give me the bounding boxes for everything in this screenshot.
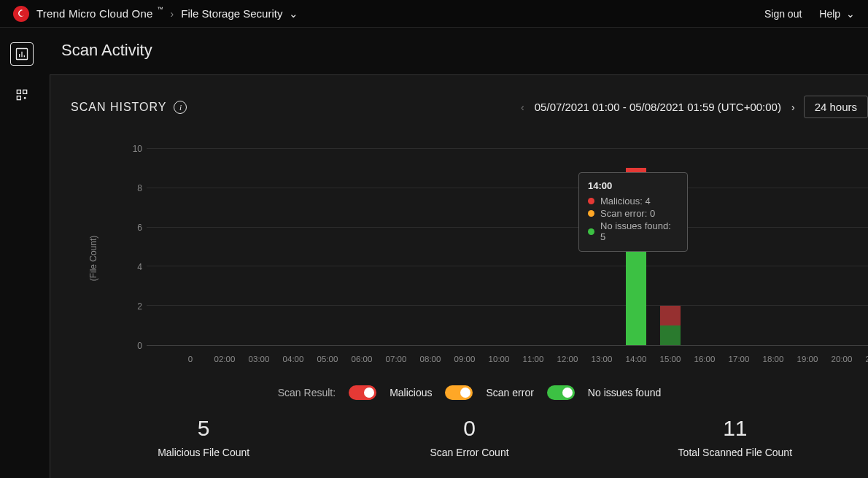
- swirl-icon: [16, 9, 26, 19]
- chevron-down-icon: ⌄: [846, 8, 855, 20]
- stat-total: 11 Total Scanned File Count: [602, 416, 868, 458]
- x-tick: 10:00: [489, 355, 510, 363]
- x-tick: 16:00: [694, 355, 716, 363]
- x-tick: 09:00: [454, 355, 476, 363]
- stat-malicious: 5 Malicious File Count: [71, 416, 336, 458]
- legend-prefix: Scan Result:: [278, 387, 336, 398]
- y-axis: 0246810: [120, 149, 142, 346]
- dot-green-icon: [588, 228, 594, 235]
- top-bar: Trend Micro Cloud One ™ › File Storage S…: [0, 0, 868, 28]
- y-axis-label: (File Count): [88, 236, 98, 282]
- tooltip-malicious: Malicious: 4: [600, 196, 651, 207]
- x-tick: 14:00: [626, 355, 647, 363]
- chart-legend: Scan Result: Malicious Scan error No iss…: [71, 385, 868, 400]
- dot-orange-icon: [588, 210, 594, 217]
- breadcrumb-label: File Storage Security: [181, 7, 282, 20]
- chevron-right-icon: ›: [171, 8, 174, 20]
- brand-logo: [13, 6, 29, 22]
- page-title: Scan Activity: [44, 28, 868, 74]
- chevron-down-icon: ⌄: [289, 7, 298, 20]
- x-tick: 06:00: [352, 355, 373, 363]
- tooltip-scan-error: Scan error: 0: [600, 208, 655, 219]
- y-tick: 0: [120, 341, 142, 351]
- breadcrumb-service[interactable]: File Storage Security ⌄: [181, 7, 298, 20]
- x-tick: 21:00: [866, 355, 868, 363]
- range-selector[interactable]: 24 hours: [804, 96, 868, 118]
- y-tick: 6: [120, 223, 142, 233]
- x-tick: 19:00: [797, 355, 818, 363]
- x-tick: 08:00: [420, 355, 441, 363]
- x-tick: 04:00: [283, 355, 304, 363]
- svg-point-7: [24, 97, 26, 99]
- x-tick: 13:00: [592, 355, 613, 363]
- help-label: Help: [819, 8, 840, 20]
- chart-bar[interactable]: [660, 306, 681, 345]
- chart-plot-area: [147, 149, 868, 346]
- legend-no-issues: No issues found: [588, 387, 661, 398]
- stat-total-value: 11: [602, 416, 868, 441]
- x-tick: 03:00: [249, 355, 270, 363]
- date-range-text: 05/07/2021 01:00 - 05/08/2021 01:59 (UTC…: [535, 101, 781, 113]
- svg-rect-5: [23, 90, 27, 93]
- y-tick: 4: [120, 262, 142, 272]
- help-menu[interactable]: Help ⌄: [819, 8, 855, 20]
- x-tick: 0: [188, 355, 193, 363]
- date-range-nav: ‹ 05/07/2021 01:00 - 05/08/2021 01:59 (U…: [521, 101, 795, 113]
- x-tick: 17:00: [729, 355, 750, 363]
- bar-chart-icon: [15, 47, 29, 61]
- grid-dots-icon: [15, 88, 29, 102]
- sidebar: [0, 28, 44, 478]
- toggle-scan-error[interactable]: [445, 385, 473, 400]
- info-icon[interactable]: i: [174, 101, 187, 114]
- x-axis: 002:0003:0004:0005:0006:0007:0008:0009:0…: [147, 350, 868, 368]
- stat-error-value: 0: [336, 416, 602, 441]
- stat-total-label: Total Scanned File Count: [602, 447, 868, 458]
- toggle-malicious[interactable]: [349, 385, 376, 400]
- sign-out-link[interactable]: Sign out: [764, 8, 802, 20]
- dot-red-icon: [588, 198, 594, 204]
- x-tick: 05:00: [317, 355, 338, 363]
- x-tick: 07:00: [386, 355, 407, 363]
- legend-scan-error: Scan error: [486, 387, 533, 398]
- x-tick: 18:00: [763, 355, 784, 363]
- tooltip-no-issues: No issues found: 5: [600, 220, 675, 242]
- x-tick: 02:00: [214, 355, 236, 363]
- svg-rect-6: [17, 96, 20, 100]
- chart-tooltip: 14:00 Malicious: 4 Scan error: 0 No issu…: [578, 172, 688, 252]
- y-tick: 10: [120, 144, 142, 154]
- x-tick: 20:00: [832, 355, 853, 363]
- sidebar-stacks[interactable]: [10, 83, 34, 107]
- y-tick: 2: [120, 301, 142, 312]
- x-tick: 15:00: [660, 355, 681, 363]
- panel-title: SCAN HISTORY: [71, 101, 166, 114]
- trademark: ™: [158, 6, 163, 12]
- sidebar-scan-activity[interactable]: [10, 42, 34, 66]
- scan-history-chart: (File Count) 0246810 002:0003:0004:0005:…: [71, 149, 868, 368]
- stat-malicious-label: Malicious File Count: [71, 447, 336, 458]
- range-selector-label: 24 hours: [815, 101, 857, 113]
- range-prev-button[interactable]: ‹: [521, 101, 524, 113]
- x-tick: 11:00: [523, 355, 544, 363]
- stat-malicious-value: 5: [71, 416, 336, 441]
- range-next-button[interactable]: ›: [791, 101, 795, 113]
- scan-history-panel: SCAN HISTORY i ‹ 05/07/2021 01:00 - 05/0…: [50, 74, 868, 478]
- legend-malicious: Malicious: [390, 387, 432, 398]
- x-tick: 12:00: [557, 355, 578, 363]
- stat-error-label: Scan Error Count: [336, 447, 602, 458]
- brand-name: Trend Micro Cloud One: [36, 7, 153, 20]
- svg-rect-4: [17, 90, 20, 93]
- y-tick: 8: [120, 183, 142, 193]
- toggle-no-issues[interactable]: [547, 385, 575, 400]
- tooltip-time: 14:00: [588, 180, 675, 191]
- stat-error: 0 Scan Error Count: [336, 416, 602, 458]
- summary-stats: 5 Malicious File Count 0 Scan Error Coun…: [71, 416, 868, 458]
